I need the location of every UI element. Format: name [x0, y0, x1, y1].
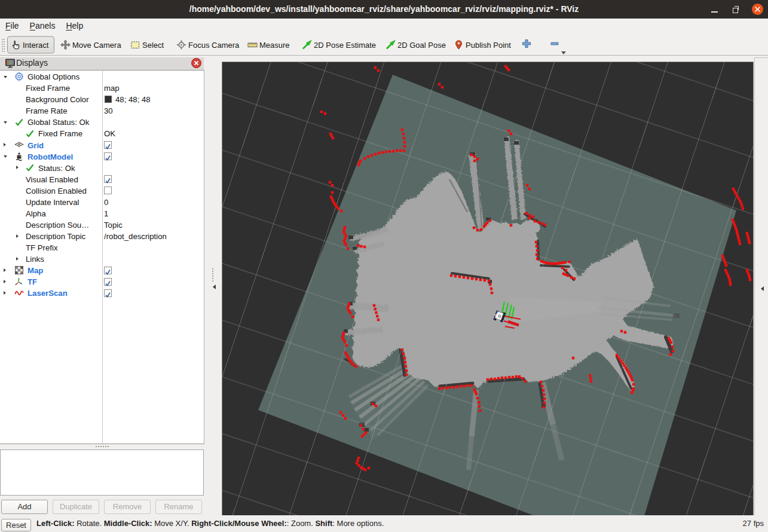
duplicate-button[interactable]: Duplicate — [53, 500, 99, 514]
row-label: LaserScan — [27, 289, 68, 298]
row-label: Visual Enabled — [26, 175, 78, 184]
interact-hand-icon — [11, 40, 21, 50]
tool-2d-goal-pose[interactable]: 2D Goal Pose — [385, 40, 446, 50]
splitter-dots — [212, 268, 213, 282]
menu-help[interactable]: Help — [60, 19, 88, 35]
expander-right-icon[interactable] — [4, 280, 8, 283]
checkbox-unchecked[interactable] — [104, 186, 112, 194]
checkbox-checked[interactable] — [104, 141, 112, 149]
tree-row-fixed-frame[interactable]: Fixed Framemap — [0, 82, 204, 94]
collapse-left-icon[interactable] — [210, 285, 216, 289]
tree-row-tf-prefix[interactable]: TF Prefix — [0, 242, 204, 253]
checkbox-checked[interactable] — [104, 267, 112, 274]
tree-row-tf[interactable]: TF — [0, 276, 204, 288]
tool-interact[interactable]: Interact — [7, 36, 54, 54]
property-help-box — [0, 450, 204, 496]
right-dock-splitter[interactable] — [754, 57, 768, 515]
shading — [673, 313, 680, 318]
tree-row-global-options[interactable]: Global Options — [0, 71, 204, 82]
tree-row-update-interval[interactable]: Update Interval0 — [0, 196, 204, 207]
remove-button[interactable]: Remove — [104, 500, 151, 514]
checkbox-checked[interactable] — [104, 175, 112, 183]
tree-row-frame-rate[interactable]: Frame Rate30 — [0, 105, 204, 117]
tree-row-visual-enabled[interactable]: Visual Enabled — [0, 173, 204, 185]
row-label: Map — [27, 266, 43, 275]
row-value: map — [104, 84, 120, 93]
minus-icon — [549, 38, 560, 51]
tree-row-global-status-ok[interactable]: Global Status: Ok — [0, 117, 204, 128]
expander-right-icon[interactable] — [16, 234, 20, 238]
tree-row-alpha[interactable]: Alpha1 — [0, 208, 204, 219]
remove-tool-button[interactable] — [549, 38, 560, 51]
row-label: Update Interval — [26, 198, 79, 207]
row-label: Description Sou… — [26, 221, 89, 230]
focus-crosshair-icon — [176, 40, 186, 50]
displays-tree: Global OptionsFixed FramemapBackground C… — [0, 70, 204, 444]
row-value: 1 — [104, 209, 108, 218]
row-label: Fixed Frame — [26, 84, 70, 93]
tree-row-map[interactable]: Map — [0, 265, 204, 276]
tree-row-laserscan[interactable]: LaserScan — [0, 288, 204, 299]
expander-right-icon[interactable] — [4, 143, 8, 146]
checkbox-checked[interactable] — [104, 289, 112, 297]
expander-right-icon[interactable] — [4, 291, 8, 295]
expander-down-icon[interactable] — [4, 76, 7, 80]
tool-publish-point[interactable]: Publish Point — [454, 40, 511, 50]
left-dock-splitter[interactable] — [204, 56, 222, 515]
row-label: Grid — [27, 141, 44, 150]
tool-select[interactable]: Select — [130, 40, 164, 50]
tool-measure[interactable]: Measure — [247, 40, 290, 50]
row-label: Frame Rate — [26, 106, 68, 115]
reset-button[interactable]: Reset — [1, 519, 31, 531]
publish-pin-icon — [454, 40, 464, 50]
tree-row-description-topic[interactable]: Description Topic/robot_description — [0, 231, 204, 242]
close-button[interactable] — [752, 4, 763, 15]
panel-close-icon — [192, 59, 201, 68]
tree-row-fixed-frame[interactable]: Fixed FrameOK — [0, 128, 204, 139]
laser-icon — [14, 288, 24, 300]
displays-monitor-icon — [5, 58, 16, 71]
collapse-right-icon[interactable] — [758, 286, 764, 291]
render-viewport[interactable] — [222, 62, 754, 516]
expander-right-icon[interactable] — [16, 166, 20, 169]
move-camera-icon — [60, 40, 71, 50]
close-icon — [754, 6, 761, 13]
checkbox-checked[interactable] — [104, 278, 112, 286]
add-button[interactable]: Add — [1, 500, 48, 514]
tree-row-description-sou-[interactable]: Description Sou…Topic — [0, 219, 204, 231]
row-label: RobotModel — [27, 152, 73, 161]
tree-row-collision-enabled[interactable]: Collision Enabled — [0, 185, 204, 196]
row-label: TF Prefix — [26, 243, 57, 252]
expander-down-icon[interactable] — [4, 121, 7, 126]
menu-bar: FilePanelsHelp — [0, 19, 768, 35]
color-swatch[interactable] — [105, 96, 112, 103]
status-help-text: Left-Click: Rotate. Middle-Click: Move X… — [36, 515, 384, 532]
restore-button[interactable] — [726, 0, 744, 19]
tree-row-links[interactable]: Links — [0, 253, 204, 265]
tool-focus-camera[interactable]: Focus Camera — [176, 40, 239, 50]
row-value: 48; 48; 48 — [115, 95, 151, 104]
window-title: /home/yahboom/dev_ws/install/yahboomcar_… — [0, 0, 768, 19]
rename-button[interactable]: Rename — [155, 500, 202, 514]
row-label: Global Options — [27, 72, 79, 81]
menu-file[interactable]: File — [0, 19, 25, 35]
menu-panels[interactable]: Panels — [25, 19, 61, 35]
tree-row-robotmodel[interactable]: RobotModel — [0, 151, 204, 162]
tool-move-camera[interactable]: Move Camera — [60, 40, 121, 50]
tree-row-grid[interactable]: Grid — [0, 139, 204, 151]
minimize-button[interactable] — [705, 0, 723, 19]
tree-row-background-color[interactable]: Background Color48; 48; 48 — [0, 94, 204, 105]
expander-down-icon[interactable] — [4, 155, 7, 160]
row-value: OK — [104, 129, 115, 138]
panel-splitter-handle[interactable] — [96, 446, 109, 447]
displays-panel-titlebar: Displays — [0, 57, 204, 70]
checkbox-checked[interactable] — [104, 152, 112, 160]
tool-2d-pose-estimate[interactable]: 2D Pose Estimate — [302, 40, 376, 50]
expander-right-icon[interactable] — [16, 257, 20, 261]
expander-right-icon[interactable] — [4, 268, 8, 272]
tree-row-status-ok[interactable]: Status: Ok — [0, 162, 204, 173]
panel-close-button[interactable] — [191, 58, 201, 68]
add-tool-button[interactable] — [521, 38, 532, 51]
toolbar-drag-handle[interactable] — [2, 39, 5, 52]
row-label: Links — [26, 255, 44, 264]
